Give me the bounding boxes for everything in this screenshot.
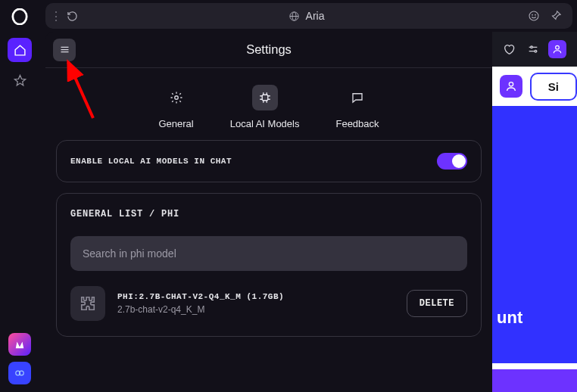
background-page: Si unt [492,32,577,392]
svg-point-13 [556,45,560,49]
svg-point-6 [532,14,533,15]
settings-panel: Settings General Local AI Models Feedbac… [45,32,492,392]
globe-icon [288,11,300,22]
sidebar-home[interactable] [8,38,32,62]
reload-icon[interactable] [67,11,85,22]
smile-icon[interactable] [528,10,540,22]
signin-button[interactable]: Si [530,73,577,101]
puzzle-icon [70,286,105,321]
enable-local-card: ENABLE LOCAL AI MODELS IN CHAT [56,140,482,182]
address-title: Aria [306,10,325,22]
enable-local-toggle[interactable] [437,153,467,170]
sidebar-app-2[interactable] [8,362,31,384]
tab-label: General [158,118,193,129]
address-bar[interactable]: ⋮ Aria [45,3,572,29]
svg-point-11 [531,46,533,48]
heart-icon[interactable] [500,40,518,58]
svg-point-14 [509,82,513,86]
svg-point-0 [13,9,27,24]
tab-feedback[interactable]: Feedback [335,85,379,129]
user-icon[interactable] [548,40,566,58]
tab-label: Local AI Models [230,118,300,129]
hamburger-menu-button[interactable] [53,39,76,61]
svg-point-7 [535,14,536,15]
chat-icon [345,85,370,110]
svg-point-12 [535,50,537,52]
hero-text-fragment: unt [497,308,522,328]
menu-dots-icon[interactable]: ⋮ [45,9,67,23]
opera-logo [9,6,30,27]
model-title: PHI:2.7B-CHAT-V2-Q4_K_M (1.7GB) [117,292,395,301]
model-row: PHI:2.7B-CHAT-V2-Q4_K_M (1.7GB) 2.7b-cha… [70,286,467,321]
svg-point-8 [174,96,178,100]
model-subtitle: 2.7b-chat-v2-q4_K_M [117,304,395,315]
delete-button[interactable]: DELETE [407,290,467,317]
enable-local-label: ENABLE LOCAL AI MODELS IN CHAT [70,157,232,166]
avatar-icon[interactable] [500,75,522,98]
search-input[interactable] [70,236,467,271]
sidebar-bookmark[interactable] [8,68,32,92]
sidebar-app-1[interactable] [8,333,31,356]
pin-icon[interactable] [550,10,562,22]
tab-local-ai[interactable]: Local AI Models [230,85,300,129]
svg-rect-9 [262,95,268,101]
breadcrumb[interactable]: GENERAL LIST / PHI [70,209,467,219]
tab-label: Feedback [335,118,379,129]
svg-point-5 [529,11,538,20]
sliders-icon[interactable] [524,40,542,58]
model-list-card: GENERAL LIST / PHI PHI:2.7B-CHAT-V2-Q4_K… [56,193,482,337]
gear-icon [164,85,189,110]
hero-banner: unt [492,106,577,363]
tab-general[interactable]: General [158,85,193,129]
panel-title: Settings [45,42,492,57]
chip-icon [252,85,278,110]
